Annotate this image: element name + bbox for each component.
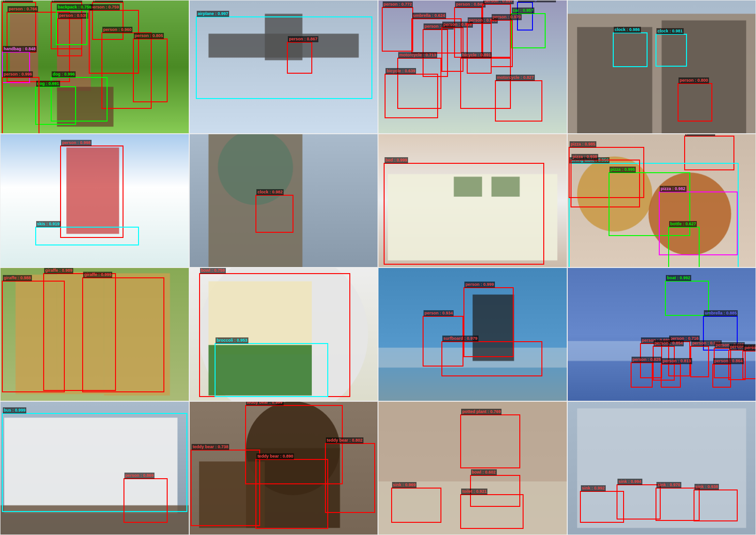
cell-7: bed : 0.999 [378, 134, 567, 268]
cell-13: bus : 0.999person : 0.869 [0, 401, 189, 535]
cell-16: sink : 0.994sink : 0.992sink : 0.970sink… [567, 401, 756, 535]
cell-8: person : 0.808dining table : 0.956pizza … [567, 134, 756, 268]
cell-14: teddy bear : 0.999teddy bear : 0.738tedd… [189, 401, 378, 535]
cell-1: person : 0.673person : 0.925person : 0.8… [0, 0, 189, 134]
cell-5: person : 0.998skis : 0.919 [0, 134, 189, 268]
cell-12: boat : 0.992umbrella : 0.885person : 0.7… [567, 268, 756, 401]
cell-4: clock : 0.986clock : 0.981person : 0.800 [567, 0, 756, 134]
cell-3: traffic light : 0.802person : 0.772perso… [378, 0, 567, 134]
detection-grid: person : 0.673person : 0.925person : 0.8… [0, 0, 756, 535]
cell-10: bowl : 0.759broccoli : 0.953 [189, 268, 378, 401]
cell-9: giraffe : 0.988giraffe : 0.989giraffe : … [0, 268, 189, 401]
cell-6: clock : 0.982 [189, 134, 378, 268]
cell-2: airplane : 0.997person : 0.867 [189, 0, 378, 134]
cell-11: person : 0.999person : 0.934surfboard : … [378, 268, 567, 401]
cell-15: potted plant : 0.769sink : 0.969bowl : 0… [378, 401, 567, 535]
